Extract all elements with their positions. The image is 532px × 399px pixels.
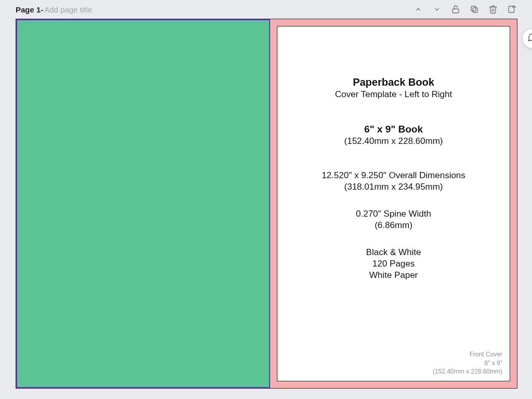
template-title: Paperback Book: [277, 76, 510, 88]
svg-rect-0: [453, 9, 459, 13]
footer-size-mm: (152.40mm x 228.60mm): [433, 367, 502, 376]
footer-size-in: 6" x 9": [433, 359, 502, 367]
unlock-icon[interactable]: [451, 5, 460, 14]
book-size-metric: (152.40mm x 228.60mm): [277, 136, 510, 147]
front-cover-footer: Front Cover 6" x 9" (152.40mm x 228.60mm…: [433, 350, 502, 376]
chevron-down-icon[interactable]: [432, 5, 442, 14]
overall-dimensions-in: 12.520" x 9.250" Overall Dimensions: [277, 170, 510, 181]
canvas-artboard[interactable]: Paperback Book Cover Template - Left to …: [16, 19, 517, 389]
front-cover-panel[interactable]: Paperback Book Cover Template - Left to …: [277, 26, 510, 381]
spine-width-in: 0.270" Spine Width: [277, 209, 510, 219]
duplicate-page-icon[interactable]: [470, 5, 479, 14]
chevron-up-icon[interactable]: [414, 5, 423, 14]
page-title-input[interactable]: Add page title: [44, 5, 92, 14]
footer-label: Front Cover: [433, 350, 502, 358]
spec-paper: White Paper: [277, 270, 510, 281]
spec-color: Black & White: [277, 247, 510, 258]
spec-pages: 120 Pages: [277, 259, 510, 269]
add-comment-button[interactable]: [523, 29, 532, 48]
overall-dimensions-mm: (318.01mm x 234.95mm): [277, 182, 510, 192]
spine-width-mm: (6.86mm): [277, 220, 510, 231]
page-number-label[interactable]: Page 1: [16, 5, 41, 14]
svg-rect-1: [473, 8, 477, 12]
svg-rect-2: [471, 6, 476, 11]
page-label-separator: -: [41, 5, 43, 14]
comment-icon: [527, 33, 532, 44]
book-size-heading: 6" x 9" Book: [277, 124, 510, 135]
page-header: Page 1 - Add page title: [0, 0, 532, 19]
template-subtitle: Cover Template - Left to Right: [277, 89, 510, 100]
add-page-icon[interactable]: [507, 5, 516, 14]
trash-icon[interactable]: [488, 5, 498, 14]
back-cover-panel[interactable]: [16, 19, 270, 388]
page-toolbar: [414, 5, 516, 14]
